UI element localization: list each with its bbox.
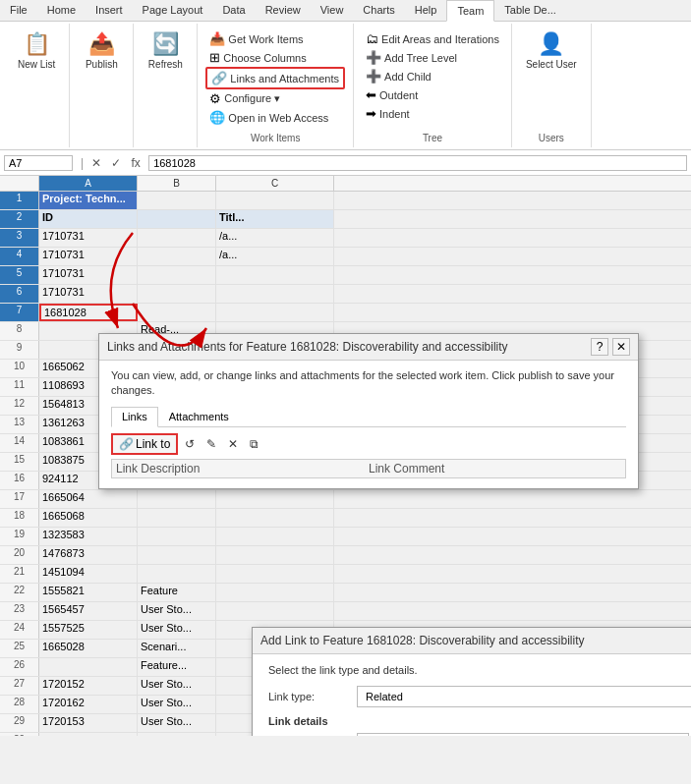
delete-button[interactable]: ✕ [223, 434, 243, 454]
cell-c17[interactable] [216, 490, 334, 508]
tab-insert[interactable]: Insert [86, 0, 133, 21]
links-and-attachments-button[interactable]: 🔗 Links and Attachments [205, 67, 345, 89]
formula-function-button[interactable]: fx [127, 154, 144, 172]
cell-b24[interactable]: User Sto... [138, 621, 216, 639]
cell-a28[interactable]: 1720162 [39, 696, 138, 713]
cell-a26[interactable] [39, 658, 138, 676]
cell-a25[interactable]: 1665028 [39, 640, 138, 657]
cell-a27[interactable]: 1720152 [39, 677, 138, 695]
edit-areas-button[interactable]: 🗂 Edit Areas and Iterations [362, 29, 503, 48]
cell-a17[interactable]: 1665064 [39, 490, 138, 508]
cell-c21[interactable] [216, 565, 334, 583]
cell-b19[interactable] [138, 528, 216, 545]
cell-b5[interactable] [138, 266, 216, 284]
get-work-items-button[interactable]: 📥 Get Work Items [205, 29, 345, 48]
cell-c1[interactable] [216, 192, 334, 209]
tab-home[interactable]: Home [37, 0, 86, 21]
cell-a18[interactable]: 1665068 [39, 509, 138, 527]
cell-b23[interactable]: User Sto... [138, 602, 216, 620]
cell-c18[interactable] [216, 509, 334, 527]
cell-b6[interactable] [138, 285, 216, 303]
tab-data[interactable]: Data [212, 0, 255, 21]
tab-table-de[interactable]: Table De... [494, 0, 566, 21]
undo-button[interactable]: ↺ [180, 434, 200, 454]
col-header-c[interactable]: C [216, 176, 334, 191]
choose-columns-button[interactable]: ⊞ Choose Columns [205, 48, 345, 67]
cell-a21[interactable]: 1451094 [39, 565, 138, 583]
publish-button[interactable]: 📤 Publish [78, 28, 125, 74]
dialog-help-button[interactable]: ? [591, 338, 608, 356]
tab-view[interactable]: View [311, 0, 354, 21]
cell-b25[interactable]: Scenari... [138, 640, 216, 657]
dialog-tab-attachments[interactable]: Attachments [158, 407, 240, 426]
work-item-ids-input[interactable] [357, 733, 689, 736]
cell-c6[interactable] [216, 285, 334, 303]
cell-b7[interactable] [138, 304, 216, 321]
cell-c20[interactable] [216, 546, 334, 564]
cell-a22[interactable]: 1555821 [39, 584, 138, 601]
cell-c5[interactable] [216, 266, 334, 284]
cell-a1[interactable]: Project: Techn... [39, 192, 138, 209]
dialog-close-button[interactable]: ✕ [612, 338, 630, 356]
cell-a3[interactable]: 1710731 [39, 229, 138, 247]
cell-b22[interactable]: Feature [138, 584, 216, 601]
tab-file[interactable]: File [0, 0, 37, 21]
link-type-select[interactable]: Related [357, 686, 691, 707]
cell-b4[interactable] [138, 248, 216, 265]
cell-a4[interactable]: 1710731 [39, 248, 138, 265]
tab-page-layout[interactable]: Page Layout [133, 0, 213, 21]
new-list-button[interactable]: 📋 New List [12, 28, 61, 74]
add-tree-level-button[interactable]: ➕ Add Tree Level [362, 48, 503, 67]
cell-a5[interactable]: 1710731 [39, 266, 138, 284]
link-to-button[interactable]: 🔗 Link to [111, 433, 178, 455]
cell-a2[interactable]: ID [39, 210, 138, 228]
cell-b18[interactable] [138, 509, 216, 527]
formula-cancel-button[interactable]: ✕ [87, 154, 105, 172]
formula-confirm-button[interactable]: ✓ [107, 154, 125, 172]
cell-c4[interactable]: /a... [216, 248, 334, 265]
cell-c22[interactable] [216, 584, 334, 601]
formula-input[interactable] [148, 155, 687, 171]
cell-b28[interactable]: User Sto... [138, 696, 216, 713]
cell-b30[interactable]: User Sto... [138, 733, 216, 736]
cell-b20[interactable] [138, 546, 216, 564]
cell-a30[interactable]: 1720154 [39, 733, 138, 736]
refresh-button[interactable]: 🔄 Refresh [142, 28, 189, 74]
select-user-button[interactable]: 👤 Select User [520, 28, 583, 74]
cell-b27[interactable]: User Sto... [138, 677, 216, 695]
cell-b1[interactable] [138, 192, 216, 209]
cell-b3[interactable] [138, 229, 216, 247]
name-box[interactable] [4, 155, 73, 171]
cell-b21[interactable] [138, 565, 216, 583]
col-header-b[interactable]: B [138, 176, 216, 191]
cell-c3[interactable]: /a... [216, 229, 334, 247]
copy-button[interactable]: ⧉ [245, 434, 263, 454]
cell-a23[interactable]: 1565457 [39, 602, 138, 620]
cell-c23[interactable] [216, 602, 334, 620]
cell-a24[interactable]: 1557525 [39, 621, 138, 639]
cell-c7[interactable] [216, 304, 334, 321]
edit-button[interactable]: ✎ [202, 434, 221, 454]
tab-help[interactable]: Help [405, 0, 447, 21]
cell-a19[interactable]: 1323583 [39, 528, 138, 545]
cell-c19[interactable] [216, 528, 334, 545]
tab-team[interactable]: Team [446, 0, 494, 22]
cell-b2[interactable] [138, 210, 216, 228]
col-header-a[interactable]: A [39, 176, 138, 191]
dialog-tab-links[interactable]: Links [111, 407, 158, 427]
configure-button[interactable]: ⚙ Configure ▾ [205, 89, 345, 108]
indent-button[interactable]: ➡ Indent [362, 104, 503, 123]
tab-charts[interactable]: Charts [353, 0, 404, 21]
cell-a20[interactable]: 1476873 [39, 546, 138, 564]
cell-c2[interactable]: Titl... [216, 210, 334, 228]
cell-b29[interactable]: User Sto... [138, 714, 216, 732]
outdent-button[interactable]: ⬅ Outdent [362, 85, 503, 104]
cell-b26[interactable]: Feature... [138, 658, 216, 676]
cell-a7[interactable]: 1681028 [39, 304, 138, 321]
cell-b17[interactable] [138, 490, 216, 508]
cell-a29[interactable]: 1720153 [39, 714, 138, 732]
tab-review[interactable]: Review [256, 0, 311, 21]
open-web-access-button[interactable]: 🌐 Open in Web Access [205, 108, 345, 127]
cell-a6[interactable]: 1710731 [39, 285, 138, 303]
add-child-button[interactable]: ➕ Add Child [362, 67, 503, 85]
